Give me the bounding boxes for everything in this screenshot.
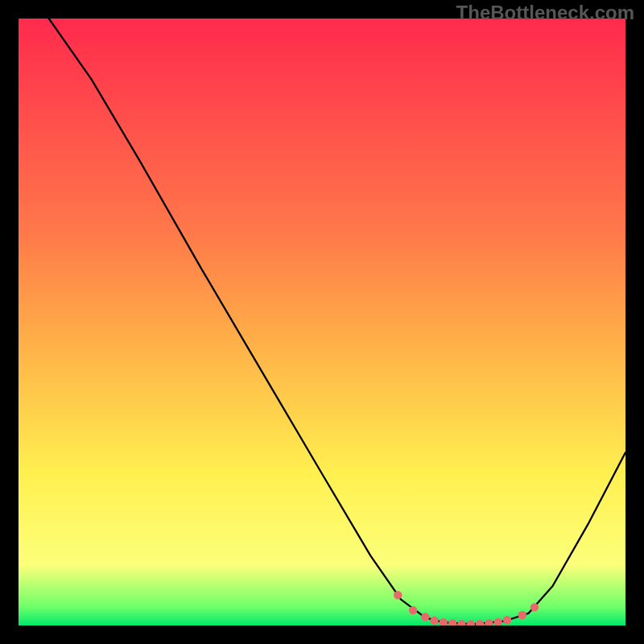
svg-point-1 (394, 591, 402, 599)
svg-point-4 (430, 617, 438, 625)
svg-point-14 (530, 603, 539, 611)
plot-area (19, 19, 625, 625)
chart-frame: TheBottleneck.com (0, 0, 644, 644)
svg-point-3 (421, 613, 429, 621)
svg-point-2 (409, 606, 417, 614)
chart-svg (19, 19, 625, 625)
watermark-text: TheBottleneck.com (456, 2, 634, 24)
svg-point-12 (503, 616, 511, 624)
svg-point-13 (518, 611, 526, 619)
